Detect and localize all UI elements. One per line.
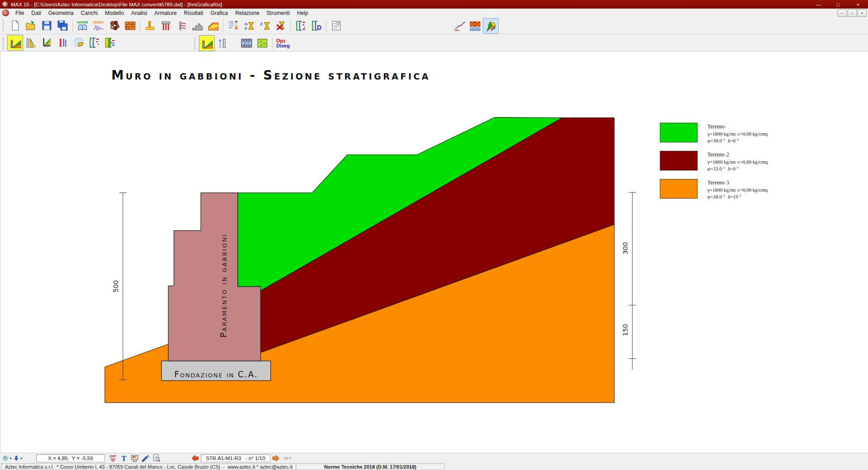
view-surface-button[interactable]: [71, 35, 86, 51]
view-reinforcement-button[interactable]: [86, 35, 102, 51]
legend-props: γ=1800 kg/mc c=0,00 kg/cmq: [707, 159, 768, 164]
svg-text:P: P: [245, 26, 247, 30]
view-diagrams-button[interactable]: [102, 35, 118, 51]
app-icon: C: [2, 1, 9, 8]
menu-help[interactable]: Help: [293, 9, 312, 17]
drawing-area: Muro in gabbioni - Sezione stratigrafica…: [0, 52, 868, 453]
new-file-button[interactable]: [7, 18, 23, 33]
panel-dots-blue-icon: [241, 37, 253, 49]
brackets-icon: [88, 37, 100, 49]
menu-armature[interactable]: Armature: [151, 9, 180, 17]
menu-file[interactable]: File: [12, 9, 28, 17]
wall-hatch-icon: [41, 37, 53, 49]
mesh-view-button[interactable]: [467, 18, 483, 34]
analysis-run-button[interactable]: 2: [257, 18, 273, 33]
report-button[interactable]: [328, 18, 344, 33]
open-file-button[interactable]: [23, 18, 39, 33]
tieback-wall-button[interactable]: [174, 18, 189, 33]
menu-carichi[interactable]: Carichi: [77, 9, 101, 17]
svg-text:SISMA: SISMA: [93, 20, 104, 24]
combination-readout: STR A1-M1-R3 - n° 1/10: [201, 454, 270, 462]
toolbar-grip[interactable]: [3, 37, 5, 49]
dimension-left: [119, 193, 127, 380]
menu-modello[interactable]: Modello: [101, 9, 127, 17]
legend: Terreno γ=1800 kg/mc c=0,00 kg/cmq φ=30.…: [660, 123, 768, 199]
slope-bars-icon: [25, 37, 37, 49]
dxf-icon: DXF: [108, 454, 118, 463]
toolbar-grip[interactable]: [194, 38, 197, 49]
legend-angles: φ=30.0 ° δ=0 °: [708, 138, 739, 143]
soil-pattern-button[interactable]: [255, 35, 270, 51]
menu-risultati[interactable]: Risultati: [180, 9, 207, 17]
legend-name: Terreno: [708, 123, 725, 130]
presentation-button[interactable]: [129, 453, 140, 463]
list-add-icon: [227, 20, 239, 32]
drawing-canvas[interactable]: Muro in gabbioni - Sezione stratigrafica…: [0, 52, 868, 453]
section-curve-icon: [72, 37, 85, 49]
analysis-stop-button[interactable]: [273, 18, 288, 33]
pier-button[interactable]: [158, 18, 174, 33]
add-phase-button[interactable]: [225, 18, 241, 33]
text-tool-button[interactable]: T: [118, 453, 129, 463]
svg-text:D: D: [317, 24, 321, 31]
norme-button[interactable]: NORM: [75, 18, 90, 33]
slope-button[interactable]: [189, 18, 205, 33]
brick-wall-button[interactable]: [122, 18, 138, 33]
graphics-results-button[interactable]: [483, 18, 499, 34]
chart-icon: [453, 20, 465, 32]
wall-slope-icon: [9, 37, 21, 49]
new-file-icon: [9, 20, 21, 31]
current-view-button[interactable]: [199, 35, 215, 51]
close-button[interactable]: ×: [848, 0, 868, 9]
save-all-button[interactable]: [55, 18, 71, 33]
draw-options-label[interactable]: Opz Diseg: [276, 38, 290, 48]
mdi-restore-button[interactable]: □: [848, 9, 857, 17]
toolbar-separator: [326, 19, 326, 32]
toolbar-grip[interactable]: [3, 20, 5, 32]
foundation-label: Fondazione in C.A.: [174, 370, 258, 379]
previous-combination-button[interactable]: [190, 453, 201, 463]
dimension-right-lower-value: 150: [622, 324, 629, 336]
redraw-button[interactable]: [140, 453, 151, 463]
view-globe-button[interactable]: ▼: [2, 453, 13, 463]
diagram-view-button[interactable]: [451, 18, 467, 34]
legend-props: γ=1800 kg/mc c=0,00 kg/cmq: [707, 131, 768, 136]
analysis-options-button[interactable]: OP: [241, 18, 257, 33]
pier-icon: [160, 20, 172, 32]
restore-button[interactable]: □: [828, 0, 848, 9]
measure-button[interactable]: [215, 35, 231, 51]
print-preview-button[interactable]: [151, 453, 162, 463]
mdi-close-button[interactable]: ×: [858, 9, 867, 17]
minimize-button[interactable]: —: [808, 0, 828, 9]
menu-analisi[interactable]: Analisi: [127, 9, 151, 17]
menu-geometria[interactable]: Geometria: [45, 9, 77, 17]
dxf-export-button[interactable]: DXF: [108, 453, 118, 463]
save-button[interactable]: [39, 18, 55, 33]
svg-text:O: O: [245, 22, 247, 26]
wall-section-button[interactable]: [142, 18, 158, 33]
view-piles-button[interactable]: [55, 35, 71, 51]
save-all-icon: [57, 20, 68, 31]
view-section-button[interactable]: [7, 35, 23, 51]
view-backfill-button[interactable]: [39, 35, 55, 51]
menu-strumenti[interactable]: Strumenti: [263, 9, 293, 17]
title-bar: C MAX 15 - [C:\Users\Aztec Informatica\D…: [0, 0, 868, 9]
fill-pattern-button[interactable]: [239, 35, 255, 51]
gabion-materials-button[interactable]: [106, 18, 122, 33]
menu-relazione[interactable]: Relazione: [231, 9, 263, 17]
strata-slope-button[interactable]: [205, 18, 221, 33]
slope-gray-icon: [192, 20, 203, 32]
view-profile-button[interactable]: [23, 35, 39, 51]
wall-slope-icon: [201, 37, 213, 49]
reinforcement-button[interactable]: [292, 18, 308, 33]
reinforcement-detail-button[interactable]: D: [308, 18, 324, 33]
pan-arrow-icon: [13, 455, 19, 462]
menu-grafica[interactable]: Grafica: [207, 9, 232, 17]
sisma-button[interactable]: SISMA: [90, 18, 106, 33]
slope-orange-icon: [208, 20, 219, 32]
mdi-minimize-button[interactable]: —: [838, 9, 847, 17]
inv-label: INV: [284, 456, 292, 461]
next-combination-button[interactable]: [270, 453, 281, 463]
pan-button[interactable]: ▼: [13, 453, 24, 463]
menu-dati[interactable]: Dati: [28, 9, 44, 17]
